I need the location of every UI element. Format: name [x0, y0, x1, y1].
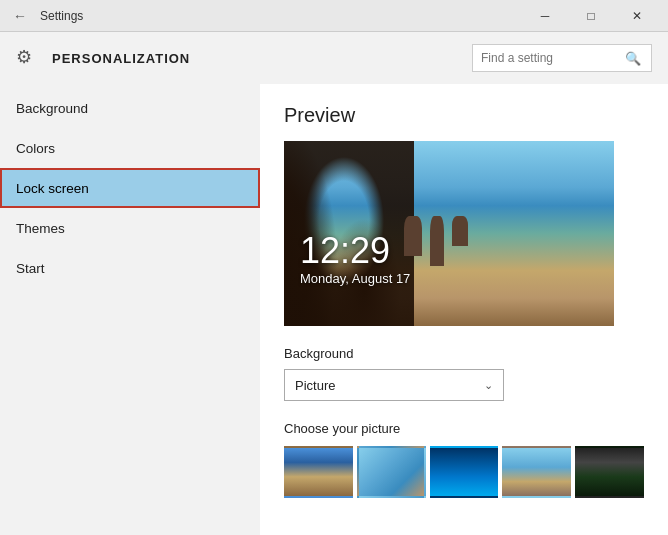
preview-time: 12:29	[300, 231, 410, 271]
sidebar-item-label-themes: Themes	[16, 221, 65, 236]
maximize-button[interactable]: □	[568, 0, 614, 32]
personalization-icon: ⚙	[16, 46, 40, 70]
search-box[interactable]: 🔍	[472, 44, 652, 72]
back-button[interactable]: ←	[8, 4, 32, 28]
picture-thumb-1[interactable]	[284, 446, 353, 498]
search-input[interactable]	[481, 51, 621, 65]
preview-image: 12:29 Monday, August 17	[284, 141, 614, 326]
sidebar-item-start[interactable]: Start	[0, 248, 260, 288]
sidebar-item-themes[interactable]: Themes	[0, 208, 260, 248]
rock-2	[430, 216, 444, 266]
content-area: Background Colors Lock screen Themes Sta…	[0, 84, 668, 535]
picture-grid	[284, 446, 644, 498]
choose-picture-label: Choose your picture	[284, 421, 644, 436]
chevron-down-icon: ⌄	[484, 379, 493, 392]
preview-date: Monday, August 17	[300, 271, 410, 286]
picture-thumb-3[interactable]	[430, 446, 499, 498]
titlebar-title: Settings	[40, 9, 83, 23]
sidebar-item-label-background: Background	[16, 101, 88, 116]
picture-thumb-4[interactable]	[502, 446, 571, 498]
app-title: PERSONALIZATION	[52, 51, 460, 66]
preview-overlay: 12:29 Monday, August 17	[300, 231, 410, 286]
sidebar-item-lock-screen[interactable]: Lock screen	[0, 168, 260, 208]
sidebar-item-colors[interactable]: Colors	[0, 128, 260, 168]
minimize-button[interactable]: ─	[522, 0, 568, 32]
app-header: ⚙ PERSONALIZATION 🔍	[0, 32, 668, 84]
picture-thumb-5[interactable]	[575, 446, 644, 498]
sidebar-item-label-colors: Colors	[16, 141, 55, 156]
background-label: Background	[284, 346, 644, 361]
rocks-decoration	[404, 216, 468, 266]
rock-3	[452, 216, 468, 246]
sidebar-item-background[interactable]: Background	[0, 88, 260, 128]
sidebar: Background Colors Lock screen Themes Sta…	[0, 84, 260, 535]
search-icon: 🔍	[625, 51, 641, 66]
close-button[interactable]: ✕	[614, 0, 660, 32]
app-body: ⚙ PERSONALIZATION 🔍 Background Colors Lo…	[0, 32, 668, 535]
background-dropdown[interactable]: Picture ⌄	[284, 369, 504, 401]
titlebar-controls: ─ □ ✕	[522, 0, 660, 32]
titlebar-left: ← Settings	[8, 4, 83, 28]
picture-thumb-2[interactable]	[357, 446, 426, 498]
preview-heading: Preview	[284, 104, 644, 127]
main-content: Preview 12:29 Monday, August 17	[260, 84, 668, 535]
sidebar-item-label-lock-screen: Lock screen	[16, 181, 89, 196]
dropdown-value: Picture	[295, 378, 335, 393]
titlebar: ← Settings ─ □ ✕	[0, 0, 668, 32]
sidebar-item-label-start: Start	[16, 261, 45, 276]
